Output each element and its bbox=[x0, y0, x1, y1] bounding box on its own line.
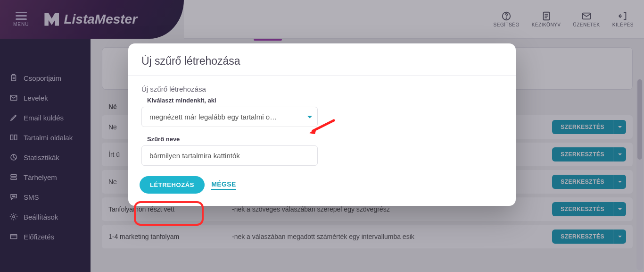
cancel-button[interactable]: MÉGSE bbox=[211, 180, 236, 190]
create-filter-modal: Új szűrő létrehozása Új szűrő létrehozás… bbox=[128, 43, 516, 206]
select-label: Kiválaszt mindenkit, aki bbox=[147, 97, 503, 104]
modal-overlay: Új szűrő létrehozása Új szűrő létrehozás… bbox=[0, 0, 644, 272]
modal-header: Új szűrő létrehozása bbox=[128, 43, 516, 76]
filter-type-select[interactable]: megnézett már legalább egy tartalmi o… bbox=[141, 107, 318, 127]
filter-name-input[interactable] bbox=[141, 145, 318, 166]
modal-title: Új szűrő létrehozása bbox=[141, 55, 503, 68]
chevron-down-icon bbox=[307, 113, 313, 121]
modal-subtitle: Új szűrő létrehozása bbox=[141, 85, 503, 93]
create-button[interactable]: LÉTREHOZÁS bbox=[140, 176, 205, 194]
modal-footer: LÉTREHOZÁS MÉGSE bbox=[128, 170, 516, 206]
modal-body: Új szűrő létrehozása Kiválaszt mindenkit… bbox=[128, 76, 516, 170]
name-label: Szűrő neve bbox=[147, 136, 503, 143]
select-value: megnézett már legalább egy tartalmi o… bbox=[149, 113, 277, 121]
